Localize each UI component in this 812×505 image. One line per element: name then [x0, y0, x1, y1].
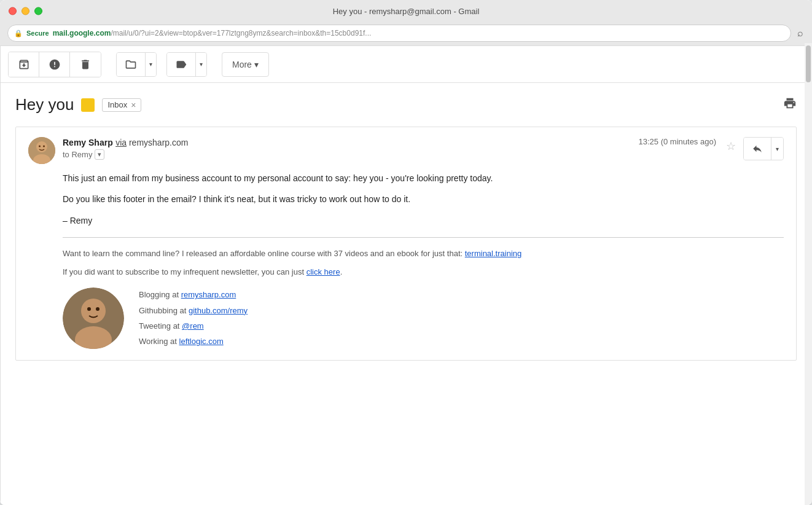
- svg-point-8: [87, 307, 91, 311]
- scrollbar-thumb[interactable]: [806, 45, 811, 82]
- sender-avatar: [28, 137, 55, 164]
- to-line: to Remy ▾: [63, 149, 639, 160]
- sender-domain: remysharp.com: [129, 138, 188, 147]
- window-title: Hey you - remysharp@gmail.com - Gmail: [333, 7, 480, 16]
- sig-twitter: Tweeting at @rem: [139, 319, 248, 333]
- maximize-button[interactable]: [34, 7, 42, 15]
- svg-point-3: [39, 146, 41, 147]
- sig-blogging: Blogging at remysharp.com: [139, 288, 248, 302]
- signature-section: Blogging at remysharp.com Githubbing at …: [28, 288, 784, 350]
- gmail-container: ▾ ▾ More ▾ Hey you Inbox: [0, 45, 812, 505]
- scrollbar[interactable]: [805, 43, 812, 505]
- inbox-badge: Inbox ×: [102, 98, 141, 112]
- svg-point-1: [36, 141, 47, 152]
- toolbar: ▾ ▾ More ▾: [1, 46, 811, 83]
- lock-icon: 🔒: [14, 29, 23, 37]
- labels-group: ▾: [166, 52, 207, 77]
- minimize-button[interactable]: [21, 7, 29, 15]
- labels-button[interactable]: [167, 52, 195, 77]
- signature-avatar: [63, 288, 124, 349]
- email-footer: Want to learn the command line? I releas…: [28, 248, 784, 278]
- via-underline: via: [115, 138, 127, 147]
- sig-github-link[interactable]: github.com/remy: [189, 306, 248, 315]
- via-text: via: [115, 138, 129, 147]
- star-label-icon: [81, 98, 95, 112]
- reply-more-button[interactable]: ▾: [771, 138, 783, 160]
- body-signature: – Remy: [63, 214, 784, 227]
- delete-button[interactable]: [70, 52, 101, 77]
- sender-name: Remy Sharp: [63, 138, 113, 147]
- footer-line-2: If you did want to subscribe to my infre…: [63, 266, 784, 278]
- address-bar-row: 🔒 Secure mail.google.com/mail/u/0/?ui=2&…: [0, 22, 812, 45]
- move-to-group: ▾: [116, 52, 157, 77]
- svg-point-4: [43, 146, 45, 147]
- browser-window: Hey you - remysharp@gmail.com - Gmail 🔒 …: [0, 0, 812, 505]
- secure-badge: Secure: [26, 29, 49, 37]
- more-button[interactable]: More ▾: [222, 52, 269, 77]
- sig-blogging-pre: Blogging at: [139, 290, 181, 299]
- toolbar-group-main: [8, 52, 101, 77]
- title-bar: Hey you - remysharp@gmail.com - Gmail: [0, 0, 812, 22]
- sig-work-pre: Working at: [139, 337, 179, 346]
- message-timestamp: 13:25 (0 minutes ago): [639, 137, 716, 146]
- more-label: More: [232, 60, 252, 69]
- sig-work: Working at leftlogic.com: [139, 334, 248, 348]
- url-domain: mail.google.com: [53, 29, 111, 37]
- message-header: Remy Sharp via remysharp.com to Remy ▾ 1…: [28, 137, 784, 164]
- email-thread: Hey you Inbox ×: [1, 83, 811, 505]
- sender-info: Remy Sharp via remysharp.com to Remy ▾: [63, 137, 639, 160]
- sig-blogging-link[interactable]: remysharp.com: [181, 290, 236, 299]
- signature-links: Blogging at remysharp.com Githubbing at …: [139, 288, 248, 350]
- sig-twitter-link[interactable]: @rem: [182, 321, 204, 331]
- terminal-training-link[interactable]: terminal.training: [465, 249, 522, 258]
- svg-point-9: [96, 307, 100, 311]
- sig-work-link[interactable]: leftlogic.com: [179, 337, 224, 346]
- close-button[interactable]: [9, 7, 17, 15]
- body-paragraph-1: This just an email from my business acco…: [63, 171, 784, 185]
- footer-p1-pre: Want to learn the command line? I releas…: [63, 249, 465, 258]
- footer-line-1: Want to learn the command line? I releas…: [63, 248, 784, 260]
- thread-header: Hey you Inbox ×: [15, 95, 797, 114]
- archive-button[interactable]: [9, 52, 39, 77]
- footer-p2-post: .: [340, 267, 343, 276]
- footer-divider: [63, 237, 784, 238]
- labels-dropdown-button[interactable]: ▾: [195, 52, 206, 77]
- reply-button[interactable]: [744, 138, 771, 160]
- thread-subject: Hey you: [15, 95, 74, 114]
- move-to-button[interactable]: [117, 52, 145, 77]
- body-paragraph-2: Do you like this footer in the email? I …: [63, 192, 784, 206]
- sig-twitter-pre: Tweeting at: [139, 321, 182, 331]
- sig-github-pre: Githubbing at: [139, 306, 189, 315]
- print-icon[interactable]: [783, 100, 797, 112]
- report-spam-button[interactable]: [39, 52, 70, 77]
- footer-p2-pre: If you did want to subscribe to my infre…: [63, 267, 306, 276]
- url-text: mail.google.com/mail/u/0/?ui=2&view=btop…: [53, 29, 372, 37]
- email-message: Remy Sharp via remysharp.com to Remy ▾ 1…: [15, 127, 797, 361]
- star-button[interactable]: ☆: [724, 137, 738, 155]
- move-to-dropdown-button[interactable]: ▾: [145, 52, 156, 77]
- message-body: This just an email from my business acco…: [28, 171, 784, 227]
- to-dropdown[interactable]: ▾: [95, 149, 104, 160]
- reply-btn-group: ▾: [743, 137, 784, 160]
- inbox-badge-text: Inbox: [107, 100, 127, 109]
- more-chevron-icon: ▾: [254, 60, 259, 69]
- url-path: /mail/u/0/?ui=2&view=btop&ver=177lztgng8…: [111, 29, 371, 37]
- sig-github: Githubbing at github.com/remy: [139, 303, 248, 318]
- click-here-link[interactable]: click here: [306, 267, 340, 276]
- inbox-badge-remove[interactable]: ×: [131, 100, 136, 110]
- to-label: to Remy: [63, 150, 92, 159]
- svg-point-6: [81, 299, 106, 323]
- address-bar[interactable]: 🔒 Secure mail.google.com/mail/u/0/?ui=2&…: [7, 25, 791, 42]
- traffic-lights: [9, 7, 42, 15]
- search-magnifier-icon[interactable]: ⌕: [796, 26, 805, 40]
